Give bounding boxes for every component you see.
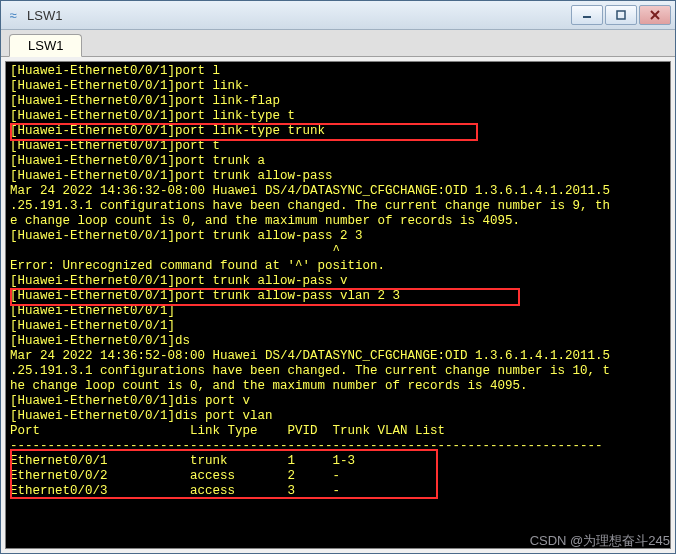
close-button[interactable] (639, 5, 671, 25)
maximize-button[interactable] (605, 5, 637, 25)
window-controls (571, 5, 671, 25)
terminal-wrap: [Huawei-Ethernet0/0/1]port l [Huawei-Eth… (1, 57, 675, 553)
tab-bar: LSW1 (1, 30, 675, 57)
window-title: LSW1 (27, 8, 571, 23)
title-bar: ≈ LSW1 (1, 1, 675, 30)
app-icon: ≈ (5, 7, 21, 23)
minimize-button[interactable] (571, 5, 603, 25)
terminal-output: [Huawei-Ethernet0/0/1]port l [Huawei-Eth… (6, 62, 670, 501)
svg-rect-1 (617, 11, 625, 19)
terminal[interactable]: [Huawei-Ethernet0/0/1]port l [Huawei-Eth… (5, 61, 671, 549)
window: ≈ LSW1 LSW1 [Huawei-Ethernet0/0/1]port l… (0, 0, 676, 554)
tab-lsw1[interactable]: LSW1 (9, 34, 82, 57)
